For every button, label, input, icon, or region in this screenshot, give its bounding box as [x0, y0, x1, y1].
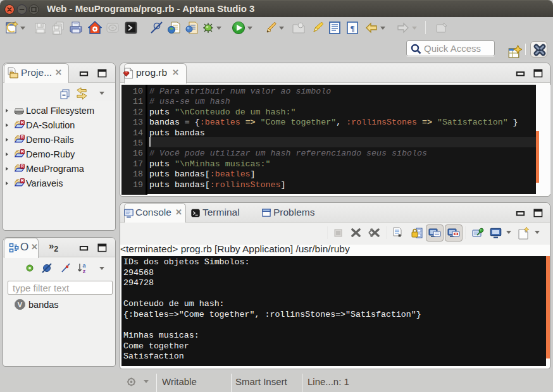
svg-text:¶: ¶	[350, 23, 354, 33]
svg-text:z: z	[83, 268, 86, 274]
svg-text:V: V	[18, 301, 23, 309]
